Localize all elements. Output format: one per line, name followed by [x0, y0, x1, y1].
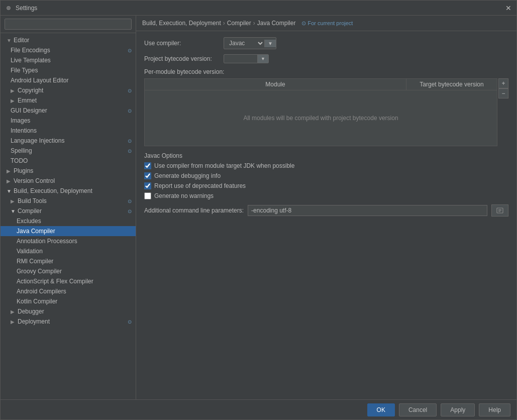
sidebar-item-excludes[interactable]: Excludes: [1, 216, 136, 226]
item-label: Java Compiler: [17, 228, 55, 235]
item-label: TODO: [11, 157, 28, 164]
sidebar-item-todo[interactable]: TODO: [1, 156, 136, 166]
compiler-dropdown-btn[interactable]: ▼: [264, 40, 276, 47]
checkbox-row-module-target: Use compiler from module target JDK when…: [144, 162, 508, 169]
sidebar-item-intentions[interactable]: Intentions: [1, 126, 136, 136]
javac-options-title: Javac Options: [144, 152, 508, 159]
expand-arrow: ▶: [11, 98, 16, 103]
sidebar-item-actionscript[interactable]: ActionScript & Flex Compiler: [1, 276, 136, 286]
sidebar-item-deployment[interactable]: ▶ Deployment ⊙: [1, 317, 136, 327]
close-button[interactable]: ✕: [504, 4, 512, 12]
cmd-browse-button[interactable]: [491, 204, 508, 217]
sidebar-item-version-control[interactable]: ▶ Version Control: [1, 176, 136, 186]
sidebar-item-emmet[interactable]: ▶ Emmet: [1, 95, 136, 106]
cancel-button[interactable]: Cancel: [399, 403, 437, 416]
table-body: All modules will be compiled with projec…: [145, 90, 497, 146]
table-area-wrapper: Module Target bytecode version All modul…: [144, 78, 508, 146]
sidebar-item-images[interactable]: Images: [1, 116, 136, 126]
bytecode-arrow[interactable]: ▼: [257, 55, 268, 63]
sidebar-item-groovy-compiler[interactable]: Groovy Compiler: [1, 266, 136, 276]
expand-arrow: ▶: [11, 198, 16, 204]
use-compiler-select[interactable]: Javac Eclipse: [224, 38, 264, 49]
sidebar-item-rmi-compiler[interactable]: RMI Compiler: [1, 256, 136, 266]
sidebar-item-spelling[interactable]: Spelling ⊙: [1, 146, 136, 156]
ok-button[interactable]: OK: [367, 403, 395, 416]
checkbox-use-module-target[interactable]: [144, 162, 151, 169]
item-label: File Types: [11, 67, 38, 74]
cmd-input[interactable]: [248, 205, 487, 216]
sidebar-item-validation[interactable]: Validation: [1, 246, 136, 256]
sidebar-item-build-exec-deploy[interactable]: ▼ Build, Execution, Deployment: [1, 186, 136, 196]
item-label: Spelling: [11, 147, 32, 154]
sidebar-item-android-layout[interactable]: Android Layout Editor: [1, 75, 136, 85]
use-compiler-select-wrapper: Javac Eclipse ▼: [224, 37, 276, 49]
col-target: Target bytecode version: [406, 79, 497, 90]
sidebar-item-kotlin-compiler[interactable]: Kotlin Compiler: [1, 296, 136, 306]
sidebar-item-debugger[interactable]: ▶ Debugger: [1, 306, 136, 317]
sidebar-item-gui-designer[interactable]: GUI Designer ⊙: [1, 106, 136, 116]
checkbox-deprecated[interactable]: [144, 182, 151, 189]
help-button[interactable]: Help: [479, 403, 510, 416]
window-title: Settings: [16, 5, 504, 12]
sidebar-item-file-encodings[interactable]: File Encodings ⊙: [1, 45, 136, 55]
sidebar-item-build-tools[interactable]: ▶ Build Tools ⊙: [1, 196, 136, 206]
sidebar-item-compiler[interactable]: ▼ Compiler ⊙: [1, 206, 136, 216]
sidebar-item-copyright[interactable]: ▶ Copyright ⊙: [1, 85, 136, 95]
cmd-label: Additional command line parameters:: [144, 207, 244, 214]
item-label: Android Compilers: [17, 288, 66, 295]
badge-icon: ⊙: [128, 88, 132, 93]
item-label: Debugger: [18, 308, 44, 315]
bottom-bar: OK Cancel Apply Help: [1, 399, 516, 419]
settings-panel: Use compiler: Javac Eclipse ▼ Project by…: [136, 31, 516, 399]
javac-options-section: Javac Options Use compiler from module t…: [144, 152, 508, 199]
breadcrumb-path2: Compiler: [227, 20, 251, 27]
checkbox-row-no-warnings: Generate no warnings: [144, 192, 508, 199]
item-label: Language Injections: [11, 137, 64, 144]
expand-arrow: ▶: [7, 168, 12, 174]
bytecode-version-row: Project bytecode version: ▼: [144, 54, 508, 63]
badge-icon: ⊙: [128, 108, 132, 114]
sidebar-item-android-compilers[interactable]: Android Compilers: [1, 286, 136, 296]
sidebar-item-live-templates[interactable]: Live Templates: [1, 55, 136, 65]
badge-icon: ⊙: [128, 48, 132, 53]
browse-icon: [496, 206, 504, 215]
item-label: Images: [11, 117, 30, 124]
per-module-section: Per-module bytecode version: Module Targ…: [144, 68, 508, 146]
sidebar-item-java-compiler[interactable]: Java Compiler: [1, 226, 136, 236]
checkbox-row-debug: Generate debugging info: [144, 172, 508, 179]
title-bar: Settings ✕: [1, 1, 516, 16]
item-label: Excludes: [17, 218, 41, 225]
checkbox-no-warnings[interactable]: [144, 192, 151, 199]
apply-button[interactable]: Apply: [441, 403, 475, 416]
search-input[interactable]: [5, 19, 132, 30]
table-empty-msg: All modules will be compiled with projec…: [243, 115, 398, 122]
item-label: Build, Execution, Deployment: [14, 187, 92, 194]
svg-point-1: [8, 7, 10, 9]
expand-arrow: ▼: [11, 208, 16, 214]
per-module-label: Per-module bytecode version:: [144, 68, 508, 75]
table-header: Module Target bytecode version: [145, 79, 497, 90]
sidebar-item-annotation-processors[interactable]: Annotation Processors: [1, 236, 136, 246]
sidebar-item-file-types[interactable]: File Types: [1, 65, 136, 75]
table-toolbar: + −: [498, 78, 508, 98]
item-label: Copyright: [18, 87, 43, 94]
breadcrumb-sep1: ›: [223, 20, 225, 27]
use-compiler-label: Use compiler:: [144, 40, 220, 47]
settings-icon: [5, 4, 13, 12]
expand-arrow: ▶: [11, 88, 16, 93]
expand-arrow: ▶: [11, 319, 16, 325]
breadcrumb-path1: Build, Execution, Deployment: [142, 20, 221, 27]
bytecode-value: [224, 57, 257, 60]
item-label: File Encodings: [11, 47, 50, 54]
sidebar-tree: ▼ Editor File Encodings ⊙ Live Templates…: [1, 33, 136, 399]
item-label: Emmet: [18, 97, 37, 104]
sidebar-item-plugins[interactable]: ▶ Plugins: [1, 166, 136, 176]
checkbox-generate-debug[interactable]: [144, 172, 151, 179]
checkbox-label-0: Use compiler from module target JDK when…: [154, 162, 294, 169]
search-bar: [1, 16, 136, 33]
item-label: ActionScript & Flex Compiler: [17, 278, 93, 285]
remove-row-button[interactable]: −: [498, 88, 508, 98]
sidebar-item-language-injections[interactable]: Language Injections ⊙: [1, 136, 136, 146]
badge-icon: ⊙: [128, 319, 132, 325]
add-row-button[interactable]: +: [498, 78, 508, 88]
